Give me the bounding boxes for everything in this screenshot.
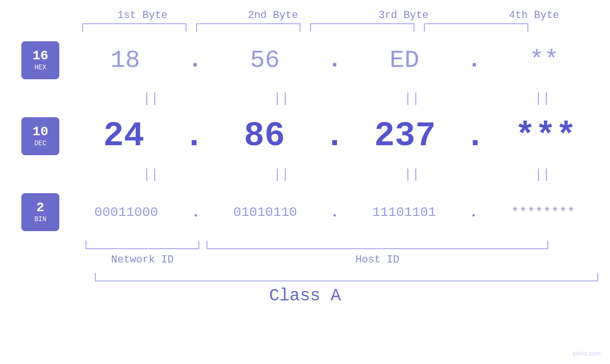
dec-sep-3: . bbox=[465, 117, 486, 156]
eq-2: || bbox=[229, 91, 334, 106]
class-label: Class A bbox=[269, 286, 341, 306]
network-bracket bbox=[85, 241, 199, 249]
hex-val-2: 56 bbox=[213, 47, 317, 75]
dec-val-4: *** bbox=[493, 117, 598, 156]
dec-badge-number: 10 bbox=[32, 125, 48, 139]
byte-header-4: 4th Byte bbox=[482, 9, 586, 21]
hex-badge: 16 HEX bbox=[21, 41, 59, 79]
full-bottom-bracket bbox=[95, 273, 598, 281]
bin-val-2: 01010110 bbox=[213, 205, 318, 220]
bin-val-4: ******** bbox=[491, 205, 595, 220]
bracket-2 bbox=[196, 23, 300, 32]
dec-badge-name: DEC bbox=[34, 140, 46, 147]
byte-header-3: 3rd Byte bbox=[351, 9, 456, 21]
hex-row: 16 HEX 18 . 56 . ED . ** bbox=[0, 32, 610, 89]
eq-4: || bbox=[490, 91, 595, 106]
eq-1: || bbox=[99, 91, 203, 106]
dec-sep-1: . bbox=[184, 117, 204, 156]
bin-sep-3: . bbox=[469, 204, 478, 221]
id-labels: Network ID Host ID bbox=[85, 252, 608, 266]
equals-row-2: || || || || bbox=[85, 165, 608, 184]
bin-sep-1: . bbox=[191, 204, 200, 221]
hex-values: 18 . 56 . ED . ** bbox=[59, 47, 610, 75]
dec-badge: 10 DEC bbox=[21, 117, 59, 155]
eq2-4: || bbox=[490, 167, 595, 182]
bracket-4 bbox=[424, 23, 528, 32]
eq-3: || bbox=[360, 91, 464, 106]
host-id-label: Host ID bbox=[206, 254, 548, 266]
byte-header-2: 2nd Byte bbox=[221, 9, 325, 21]
dec-row: 10 DEC 24 . 86 . 237 . *** bbox=[0, 108, 610, 165]
bin-val-3: 11101101 bbox=[352, 205, 456, 220]
byte-headers: 1st Byte 2nd Byte 3rd Byte 4th Byte bbox=[77, 9, 600, 21]
bin-values: 00011000 . 01010110 . 11101101 . *******… bbox=[59, 204, 610, 221]
bracket-3 bbox=[310, 23, 414, 32]
hex-sep-1: . bbox=[188, 47, 202, 73]
bin-val-1: 00011000 bbox=[74, 205, 178, 220]
dec-sep-2: . bbox=[324, 117, 345, 156]
bracket-1 bbox=[82, 23, 187, 32]
network-id-label: Network ID bbox=[85, 254, 199, 266]
hex-val-3: ED bbox=[352, 47, 457, 75]
watermark: ipshu.com bbox=[572, 350, 601, 357]
eq2-1: || bbox=[99, 167, 203, 182]
main-container: 1st Byte 2nd Byte 3rd Byte 4th Byte 16 H… bbox=[0, 0, 610, 364]
host-bracket bbox=[206, 241, 548, 249]
dec-val-2: 86 bbox=[212, 117, 317, 156]
byte-header-1: 1st Byte bbox=[90, 9, 195, 21]
bin-row: 2 BIN 00011000 . 01010110 . 11101101 . *… bbox=[0, 184, 610, 241]
hex-val-4: ** bbox=[492, 47, 596, 75]
eq2-2: || bbox=[229, 167, 334, 182]
hex-badge-number: 16 bbox=[32, 49, 48, 63]
hex-badge-name: HEX bbox=[34, 64, 46, 71]
dec-val-1: 24 bbox=[72, 117, 176, 156]
hex-val-1: 18 bbox=[73, 47, 178, 75]
bin-badge: 2 BIN bbox=[21, 193, 59, 231]
bottom-brackets bbox=[85, 241, 608, 249]
top-brackets bbox=[77, 23, 600, 32]
hex-sep-2: . bbox=[328, 47, 342, 73]
eq2-3: || bbox=[360, 167, 464, 182]
bin-badge-number: 2 bbox=[37, 201, 45, 215]
dec-val-3: 237 bbox=[353, 117, 457, 156]
dec-values: 24 . 86 . 237 . *** bbox=[59, 117, 610, 156]
bin-sep-2: . bbox=[330, 204, 339, 221]
equals-row-1: || || || || bbox=[85, 89, 608, 108]
hex-sep-3: . bbox=[468, 47, 481, 73]
bin-badge-name: BIN bbox=[34, 215, 46, 223]
